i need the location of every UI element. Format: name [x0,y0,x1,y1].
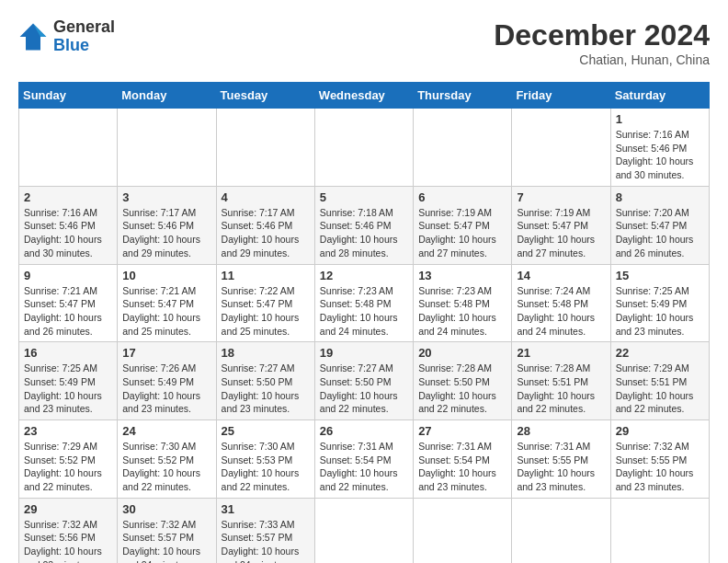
calendar-week-1: 1Sunrise: 7:16 AM Sunset: 5:46 PM Daylig… [19,109,710,187]
header-tuesday: Tuesday [216,83,314,109]
day-info: Sunrise: 7:18 AM Sunset: 5:46 PM Dayligh… [320,206,408,260]
calendar-cell: 1Sunrise: 7:16 AM Sunset: 5:46 PM Daylig… [610,109,709,187]
calendar-cell: 6Sunrise: 7:19 AM Sunset: 5:47 PM Daylig… [414,186,512,264]
day-info: Sunrise: 7:24 AM Sunset: 5:48 PM Dayligh… [517,284,605,339]
header-saturday: Saturday [610,83,709,109]
day-info: Sunrise: 7:27 AM Sunset: 5:50 PM Dayligh… [320,362,408,416]
day-info: Sunrise: 7:21 AM Sunset: 5:47 PM Dayligh… [122,284,210,339]
day-number: 3 [122,190,210,204]
calendar-cell: 15Sunrise: 7:25 AM Sunset: 5:49 PM Dayli… [610,264,709,342]
day-number: 26 [320,424,408,438]
day-number: 20 [418,346,506,360]
day-info: Sunrise: 7:21 AM Sunset: 5:47 PM Dayligh… [24,284,112,339]
calendar-cell: 5Sunrise: 7:18 AM Sunset: 5:46 PM Daylig… [314,186,413,264]
day-number: 25 [222,424,310,438]
day-info: Sunrise: 7:22 AM Sunset: 5:47 PM Dayligh… [222,284,310,339]
calendar-cell [314,498,413,563]
day-number: 30 [122,502,210,516]
day-number: 17 [122,346,210,360]
day-number: 11 [222,269,310,282]
header-monday: Monday [118,83,216,109]
day-number: 4 [222,190,310,204]
calendar-cell: 31Sunrise: 7:33 AM Sunset: 5:57 PM Dayli… [216,498,314,563]
day-info: Sunrise: 7:32 AM Sunset: 5:56 PM Dayligh… [24,518,112,563]
calendar-cell [19,109,118,187]
day-info: Sunrise: 7:17 AM Sunset: 5:46 PM Dayligh… [122,206,210,260]
day-info: Sunrise: 7:23 AM Sunset: 5:48 PM Dayligh… [418,284,506,339]
day-number: 16 [24,346,112,360]
day-number: 21 [517,346,605,360]
day-info: Sunrise: 7:19 AM Sunset: 5:47 PM Dayligh… [418,206,506,260]
calendar-cell: 20Sunrise: 7:28 AM Sunset: 5:50 PM Dayli… [414,342,512,420]
day-number: 23 [24,424,112,438]
day-info: Sunrise: 7:25 AM Sunset: 5:49 PM Dayligh… [24,362,112,416]
day-info: Sunrise: 7:31 AM Sunset: 5:54 PM Dayligh… [418,440,506,494]
location: Chatian, Hunan, China [494,52,710,67]
calendar-cell [314,109,413,187]
calendar-cell: 19Sunrise: 7:27 AM Sunset: 5:50 PM Dayli… [314,342,413,420]
header-friday: Friday [512,83,610,109]
day-info: Sunrise: 7:29 AM Sunset: 5:51 PM Dayligh… [616,362,704,416]
day-number: 10 [122,269,210,282]
calendar-week-2: 2Sunrise: 7:16 AM Sunset: 5:46 PM Daylig… [19,186,710,264]
day-number: 24 [122,424,210,438]
day-info: Sunrise: 7:28 AM Sunset: 5:51 PM Dayligh… [517,362,605,416]
header-wednesday: Wednesday [314,83,413,109]
day-number: 29 [616,424,704,438]
day-info: Sunrise: 7:23 AM Sunset: 5:48 PM Dayligh… [320,284,408,339]
calendar-table: Sunday Monday Tuesday Wednesday Thursday… [18,82,710,563]
day-info: Sunrise: 7:29 AM Sunset: 5:52 PM Dayligh… [24,440,112,494]
logo-line1: General [53,18,115,37]
calendar-cell: 17Sunrise: 7:26 AM Sunset: 5:49 PM Dayli… [118,342,216,420]
logo-line2: Blue [53,37,115,55]
day-number: 14 [517,269,605,282]
calendar-cell: 28Sunrise: 7:31 AM Sunset: 5:55 PM Dayli… [512,420,610,499]
calendar-cell: 29Sunrise: 7:32 AM Sunset: 5:55 PM Dayli… [610,420,709,499]
calendar-cell: 21Sunrise: 7:28 AM Sunset: 5:51 PM Dayli… [512,342,610,420]
day-number: 28 [517,424,605,438]
day-number: 6 [418,190,506,204]
calendar-week-3: 9Sunrise: 7:21 AM Sunset: 5:47 PM Daylig… [19,264,710,342]
calendar-cell: 14Sunrise: 7:24 AM Sunset: 5:48 PM Dayli… [512,264,610,342]
calendar-header-row: Sunday Monday Tuesday Wednesday Thursday… [19,83,710,109]
day-number: 19 [320,346,408,360]
day-number: 5 [320,190,408,204]
day-info: Sunrise: 7:17 AM Sunset: 5:46 PM Dayligh… [222,206,310,260]
day-number: 1 [616,112,704,126]
day-info: Sunrise: 7:27 AM Sunset: 5:50 PM Dayligh… [222,362,310,416]
calendar-cell: 25Sunrise: 7:30 AM Sunset: 5:53 PM Dayli… [216,420,314,499]
calendar-cell: 27Sunrise: 7:31 AM Sunset: 5:54 PM Dayli… [414,420,512,499]
day-info: Sunrise: 7:28 AM Sunset: 5:50 PM Dayligh… [418,362,506,416]
calendar-cell [414,498,512,563]
day-number: 8 [616,190,704,204]
day-info: Sunrise: 7:33 AM Sunset: 5:57 PM Dayligh… [222,518,310,563]
day-number: 7 [517,190,605,204]
day-info: Sunrise: 7:16 AM Sunset: 5:46 PM Dayligh… [24,206,112,260]
day-info: Sunrise: 7:25 AM Sunset: 5:49 PM Dayligh… [616,284,704,339]
day-number: 13 [418,269,506,282]
calendar-cell: 29Sunrise: 7:32 AM Sunset: 5:56 PM Dayli… [19,498,118,563]
logo: General Blue [18,18,115,55]
calendar-cell [216,109,314,187]
day-number: 2 [24,190,112,204]
calendar-cell: 10Sunrise: 7:21 AM Sunset: 5:47 PM Dayli… [118,264,216,342]
calendar-cell: 26Sunrise: 7:31 AM Sunset: 5:54 PM Dayli… [314,420,413,499]
day-number: 15 [616,269,704,282]
day-number: 27 [418,424,506,438]
day-info: Sunrise: 7:26 AM Sunset: 5:49 PM Dayligh… [122,362,210,416]
title-block: December 2024 Chatian, Hunan, China [494,18,710,67]
calendar-cell [610,498,709,563]
calendar-week-6: 29Sunrise: 7:32 AM Sunset: 5:56 PM Dayli… [19,498,710,563]
day-info: Sunrise: 7:32 AM Sunset: 5:55 PM Dayligh… [616,440,704,494]
header-thursday: Thursday [414,83,512,109]
day-number: 29 [24,502,112,516]
calendar-cell [118,109,216,187]
calendar-cell: 22Sunrise: 7:29 AM Sunset: 5:51 PM Dayli… [610,342,709,420]
calendar-cell: 12Sunrise: 7:23 AM Sunset: 5:48 PM Dayli… [314,264,413,342]
day-number: 31 [222,502,310,516]
calendar-cell: 16Sunrise: 7:25 AM Sunset: 5:49 PM Dayli… [19,342,118,420]
calendar-cell: 13Sunrise: 7:23 AM Sunset: 5:48 PM Dayli… [414,264,512,342]
logo-icon [18,22,48,52]
day-info: Sunrise: 7:20 AM Sunset: 5:47 PM Dayligh… [616,206,704,260]
calendar-cell: 11Sunrise: 7:22 AM Sunset: 5:47 PM Dayli… [216,264,314,342]
